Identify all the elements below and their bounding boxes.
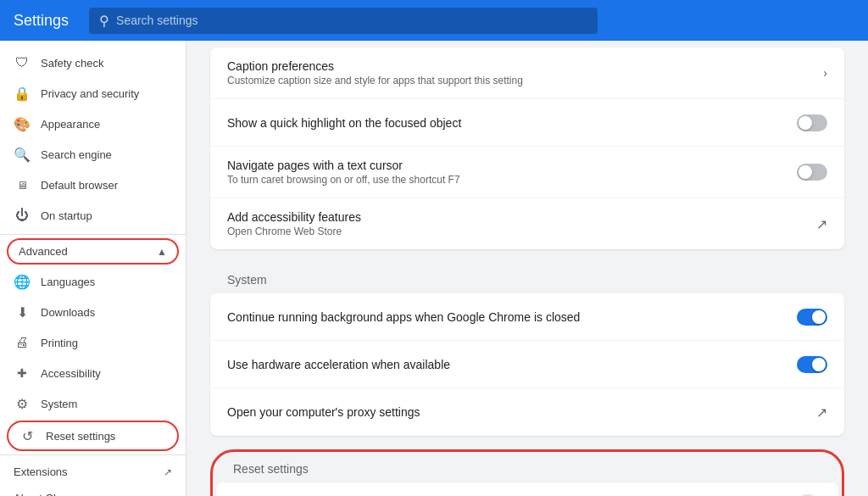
- row-title: Show a quick highlight on the focused ob…: [227, 116, 797, 130]
- text-cursor-toggle[interactable]: [797, 164, 827, 181]
- search-input[interactable]: [116, 14, 587, 27]
- row-subtitle: Open Chrome Web Store: [227, 226, 816, 237]
- system-icon: ⚙: [14, 395, 31, 412]
- sidebar-item-about-chrome[interactable]: About Chrome: [0, 485, 186, 496]
- row-title: Use hardware acceleration when available: [227, 358, 797, 371]
- sidebar-item-languages[interactable]: 🌐 Languages: [0, 266, 186, 297]
- background-apps-toggle[interactable]: [797, 309, 827, 326]
- toggle-knob: [812, 310, 826, 324]
- row-title: Add accessibility features: [227, 210, 816, 224]
- main-layout: 🛡 Safety check 🔒 Privacy and security 🎨 …: [0, 41, 868, 496]
- sidebar-item-default-browser[interactable]: 🖥 Default browser: [0, 170, 186, 200]
- chevron-right-icon: ›: [823, 66, 827, 80]
- search-icon: ⚲: [99, 13, 109, 29]
- sidebar-item-privacy-security[interactable]: 🔒 Privacy and security: [0, 78, 186, 109]
- row-subtitle: To turn caret browsing on or off, use th…: [227, 174, 797, 186]
- sidebar-item-label: Downloads: [41, 306, 95, 319]
- reset-section-label-heading: Reset settings: [216, 455, 838, 482]
- toggle-knob: [812, 358, 826, 371]
- table-row: Continue running background apps when Go…: [210, 293, 844, 341]
- sidebar-divider: [0, 234, 186, 235]
- search-engine-icon: 🔍: [14, 146, 31, 163]
- toggle-knob: [798, 116, 812, 130]
- sidebar-item-label: Reset settings: [46, 430, 115, 443]
- row-title: Continue running background apps when Go…: [227, 310, 797, 324]
- sidebar-item-on-startup[interactable]: ⏻ On startup: [0, 200, 186, 231]
- sidebar-item-search-engine[interactable]: 🔍 Search engine: [0, 139, 186, 170]
- sidebar-item-system[interactable]: ⚙ System: [0, 388, 186, 419]
- main-content: Caption preferences Customize caption si…: [186, 41, 868, 496]
- chevron-up-icon: ▲: [157, 246, 167, 258]
- row-subtitle: Customize caption size and style for app…: [227, 75, 823, 86]
- sidebar-item-advanced[interactable]: Advanced ▲: [7, 238, 179, 265]
- reset-card: Restore settings to their original defau…: [216, 482, 838, 496]
- quick-highlight-toggle[interactable]: [797, 114, 827, 131]
- table-row[interactable]: Caption preferences Customize caption si…: [210, 47, 844, 99]
- accessibility-card: Caption preferences Customize caption si…: [210, 47, 844, 249]
- sidebar-item-label: Safety check: [41, 57, 103, 70]
- hardware-acceleration-toggle[interactable]: [797, 356, 827, 373]
- app-header: Settings ⚲: [0, 0, 868, 41]
- accessibility-icon: ✚: [14, 365, 31, 382]
- sidebar-item-label: About Chrome: [14, 492, 85, 496]
- sidebar-item-label: Extensions: [14, 465, 68, 478]
- section-heading: Reset settings: [216, 455, 838, 482]
- downloads-icon: ⬇: [14, 304, 31, 320]
- sidebar-item-accessibility[interactable]: ✚ Accessibility: [0, 358, 186, 388]
- row-title: Open your computer's proxy settings: [227, 405, 816, 419]
- sidebar-item-reset-settings[interactable]: ↺ Reset settings: [7, 421, 179, 451]
- sidebar-item-extensions[interactable]: Extensions ↗: [0, 459, 186, 485]
- sidebar-item-printing[interactable]: 🖨 Printing: [0, 327, 186, 358]
- sidebar-item-label: Privacy and security: [41, 87, 139, 100]
- sidebar-item-label: Languages: [41, 276, 95, 288]
- sidebar-item-downloads[interactable]: ⬇ Downloads: [0, 297, 186, 327]
- table-row[interactable]: Add accessibility features Open Chrome W…: [210, 198, 844, 249]
- shield-icon: 🛡: [14, 54, 31, 71]
- sidebar-item-label: Appearance: [41, 118, 100, 131]
- system-card: Continue running background apps when Go…: [210, 293, 844, 436]
- table-row: Show a quick highlight on the focused ob…: [210, 99, 844, 147]
- startup-icon: ⏻: [14, 207, 31, 224]
- row-title: Navigate pages with a text cursor: [227, 159, 797, 172]
- reset-icon: ↺: [19, 427, 36, 444]
- external-link-icon: ↗: [816, 404, 827, 421]
- sidebar-item-label: On startup: [41, 209, 92, 222]
- app-title: Settings: [14, 12, 69, 30]
- toggle-knob: [798, 165, 812, 179]
- table-row[interactable]: Restore settings to their original defau…: [216, 482, 838, 496]
- languages-icon: 🌐: [14, 273, 31, 290]
- lock-icon: 🔒: [14, 85, 31, 102]
- external-link-icon: ↗: [816, 216, 827, 232]
- sidebar: 🛡 Safety check 🔒 Privacy and security 🎨 …: [0, 41, 186, 496]
- table-row: Navigate pages with a text cursor To tur…: [210, 147, 844, 198]
- sidebar-item-label: Advanced: [19, 245, 68, 258]
- sidebar-item-label: Default browser: [41, 179, 118, 192]
- browser-icon: 🖥: [14, 176, 31, 193]
- printing-icon: 🖨: [14, 334, 31, 351]
- sidebar-item-label: System: [41, 398, 77, 410]
- sidebar-item-label: Printing: [41, 337, 78, 349]
- sidebar-item-appearance[interactable]: 🎨 Appearance: [0, 109, 186, 139]
- appearance-icon: 🎨: [14, 115, 31, 132]
- system-section-label: System: [210, 263, 844, 293]
- external-link-icon: ↗: [164, 466, 172, 478]
- sidebar-item-label: Accessibility: [41, 367, 101, 380]
- sidebar-item-safety-check[interactable]: 🛡 Safety check: [0, 47, 186, 78]
- table-row: Use hardware acceleration when available: [210, 341, 844, 388]
- content-inner: Caption preferences Customize caption si…: [197, 41, 858, 496]
- row-title: Caption preferences: [227, 59, 823, 73]
- table-row[interactable]: Open your computer's proxy settings ↗: [210, 388, 844, 436]
- section-heading: System: [210, 263, 844, 293]
- sidebar-divider-2: [0, 454, 186, 455]
- search-bar[interactable]: ⚲: [89, 8, 598, 34]
- reset-section-wrapper: Reset settings Restore settings to their…: [210, 449, 844, 496]
- sidebar-item-label: Search engine: [41, 148, 112, 161]
